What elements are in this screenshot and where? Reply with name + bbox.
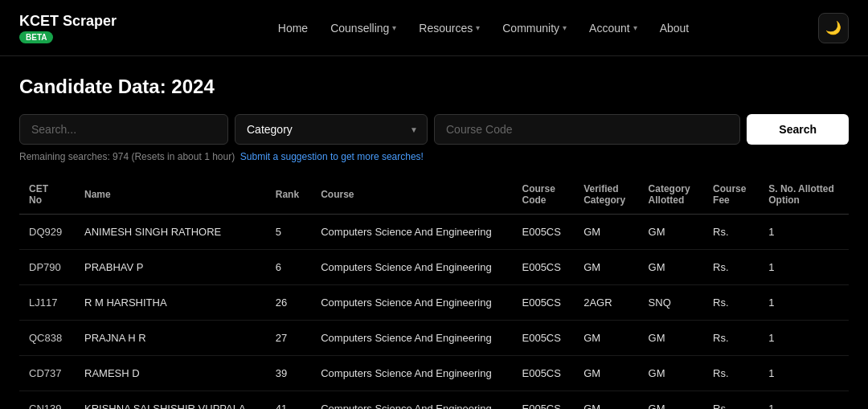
cell-name: ANIMESH SINGH RATHORE xyxy=(75,215,266,250)
moon-icon: 🌙 xyxy=(825,20,841,35)
nav-about[interactable]: About xyxy=(650,15,699,41)
cell-course-code: E005CS xyxy=(513,285,575,321)
cell-name: KRISHNA SAI SHISHIR VUPPALA xyxy=(75,391,266,410)
cell-verified-category: 2AGR xyxy=(574,285,638,321)
chevron-down-icon: ▾ xyxy=(392,23,396,32)
nav-counselling[interactable]: Counselling ▾ xyxy=(321,15,406,41)
navbar-right: 🌙 xyxy=(818,13,849,43)
cell-verified-category: GM xyxy=(574,356,638,391)
cell-course: Computers Science And Engineering xyxy=(311,391,512,410)
cell-course: Computers Science And Engineering xyxy=(311,356,512,391)
cell-course-fee: Rs. xyxy=(703,250,759,285)
cell-rank: 26 xyxy=(266,285,311,321)
category-select[interactable]: Category xyxy=(235,114,428,145)
cell-sno-allotted: 1 xyxy=(759,215,849,250)
col-rank: Rank xyxy=(266,175,311,215)
cell-category-allotted: SNQ xyxy=(639,285,703,321)
cell-rank: 41 xyxy=(266,391,311,410)
cell-rank: 6 xyxy=(266,250,311,285)
cell-cet-no: CN139 xyxy=(19,391,75,410)
table-row: QC838 PRAJNA H R 27 Computers Science An… xyxy=(19,321,849,356)
cell-category-allotted: GM xyxy=(639,321,703,356)
cell-course-code: E005CS xyxy=(513,215,575,250)
table-row: CN139 KRISHNA SAI SHISHIR VUPPALA 41 Com… xyxy=(19,391,849,410)
cell-category-allotted: GM xyxy=(639,356,703,391)
cell-rank: 5 xyxy=(266,215,311,250)
navbar: KCET Scraper BETA Home Counselling ▾ Res… xyxy=(0,0,868,56)
main-content: Candidate Data: 2024 Category Search Rem… xyxy=(0,56,868,409)
theme-toggle-button[interactable]: 🌙 xyxy=(818,13,849,43)
nav-community[interactable]: Community ▾ xyxy=(493,15,576,41)
chevron-down-icon: ▾ xyxy=(633,23,637,32)
nav-account[interactable]: Account ▾ xyxy=(579,15,647,41)
beta-badge: BETA xyxy=(19,31,53,43)
cell-course: Computers Science And Engineering xyxy=(311,215,512,250)
col-sno-allotted: S. No. AllottedOption xyxy=(759,175,849,215)
cell-name: PRAJNA H R xyxy=(75,321,266,356)
cell-cet-no: QC838 xyxy=(19,321,75,356)
cell-course-code: E005CS xyxy=(513,321,575,356)
cell-course-fee: Rs. xyxy=(703,321,759,356)
table-row: DP790 PRABHAV P 6 Computers Science And … xyxy=(19,250,849,285)
cell-category-allotted: GM xyxy=(639,250,703,285)
cell-course-fee: Rs. xyxy=(703,215,759,250)
cell-cet-no: LJ117 xyxy=(19,285,75,321)
cell-course-code: E005CS xyxy=(513,356,575,391)
cell-course: Computers Science And Engineering xyxy=(311,285,512,321)
cell-verified-category: GM xyxy=(574,250,638,285)
search-button[interactable]: Search xyxy=(747,114,849,145)
cell-rank: 27 xyxy=(266,321,311,356)
cell-course-fee: Rs. xyxy=(703,391,759,410)
cell-cet-no: DP790 xyxy=(19,250,75,285)
col-course-fee: CourseFee xyxy=(703,175,759,215)
col-course: Course xyxy=(311,175,512,215)
cell-course-code: E005CS xyxy=(513,391,575,410)
table-row: DQ929 ANIMESH SINGH RATHORE 5 Computers … xyxy=(19,215,849,250)
table-row: CD737 RAMESH D 39 Computers Science And … xyxy=(19,356,849,391)
category-select-wrapper: Category xyxy=(235,114,428,145)
col-category-allotted: CategoryAllotted xyxy=(639,175,703,215)
search-row: Category Search xyxy=(19,114,849,145)
cell-verified-category: GM xyxy=(574,215,638,250)
cell-verified-category: GM xyxy=(574,391,638,410)
table-body: DQ929 ANIMESH SINGH RATHORE 5 Computers … xyxy=(19,215,849,410)
brand-title: KCET Scraper xyxy=(19,13,117,30)
cell-course-fee: Rs. xyxy=(703,285,759,321)
cell-cet-no: DQ929 xyxy=(19,215,75,250)
cell-course-fee: Rs. xyxy=(703,356,759,391)
cell-rank: 39 xyxy=(266,356,311,391)
table-header-row: CETNo Name Rank Course CourseCode Verifi… xyxy=(19,175,849,215)
cell-name: R M HARSHITHA xyxy=(75,285,266,321)
cell-sno-allotted: 1 xyxy=(759,356,849,391)
cell-verified-category: GM xyxy=(574,321,638,356)
chevron-down-icon: ▾ xyxy=(563,23,567,32)
search-input[interactable] xyxy=(19,114,228,145)
remaining-searches-text: Remaining searches: 974 (Resets in about… xyxy=(19,151,849,162)
col-course-code: CourseCode xyxy=(513,175,575,215)
suggestion-link[interactable]: Submit a suggestion to get more searches… xyxy=(240,151,424,162)
cell-course: Computers Science And Engineering xyxy=(311,250,512,285)
col-name: Name xyxy=(75,175,266,215)
candidate-table-container: CETNo Name Rank Course CourseCode Verifi… xyxy=(19,175,849,409)
cell-name: RAMESH D xyxy=(75,356,266,391)
cell-cet-no: CD737 xyxy=(19,356,75,391)
page-title: Candidate Data: 2024 xyxy=(19,76,849,98)
nav-home[interactable]: Home xyxy=(268,15,317,41)
cell-sno-allotted: 1 xyxy=(759,285,849,321)
cell-category-allotted: GM xyxy=(639,215,703,250)
table-header: CETNo Name Rank Course CourseCode Verifi… xyxy=(19,175,849,215)
chevron-down-icon: ▾ xyxy=(476,23,480,32)
cell-sno-allotted: 1 xyxy=(759,391,849,410)
cell-sno-allotted: 1 xyxy=(759,250,849,285)
col-verified-category: VerifiedCategory xyxy=(574,175,638,215)
course-code-input[interactable] xyxy=(434,114,740,145)
candidate-table: CETNo Name Rank Course CourseCode Verifi… xyxy=(19,175,849,409)
cell-sno-allotted: 1 xyxy=(759,321,849,356)
nav-resources[interactable]: Resources ▾ xyxy=(409,15,489,41)
cell-name: PRABHAV P xyxy=(75,250,266,285)
cell-category-allotted: GM xyxy=(639,391,703,410)
table-row: LJ117 R M HARSHITHA 26 Computers Science… xyxy=(19,285,849,321)
brand: KCET Scraper BETA xyxy=(19,13,117,43)
cell-course-code: E005CS xyxy=(513,250,575,285)
cell-course: Computers Science And Engineering xyxy=(311,321,512,356)
